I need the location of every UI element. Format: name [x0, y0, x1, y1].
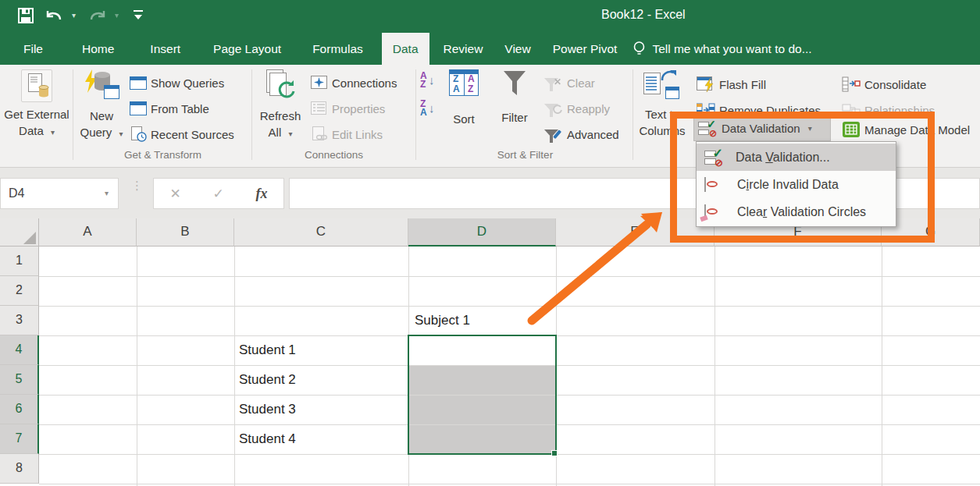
get-external-data-label: Get External [3, 106, 70, 122]
properties-icon [311, 101, 328, 115]
name-box[interactable]: D4 ▾ [0, 178, 119, 209]
connections-icon [311, 76, 328, 90]
sort-big-icon: Z A A Z [449, 69, 479, 96]
menu-item-clear-validation-circles[interactable]: Clear Validation Circles [697, 198, 896, 225]
cell-D3[interactable]: Subject 1 [415, 306, 470, 335]
spreadsheet-grid: A B C D E F G 1 2 3 4 5 6 7 8 [0, 218, 980, 486]
row-header-3[interactable]: 3 [0, 306, 39, 335]
refresh-all-button[interactable]: Refresh All ▾ [256, 66, 305, 142]
group-separator [415, 69, 416, 160]
cell-C6[interactable]: Student 3 [239, 395, 296, 424]
tab-page-layout[interactable]: Page Layout [202, 33, 292, 65]
column-header-B[interactable]: B [137, 218, 234, 247]
menu-item-circle-invalid-data[interactable]: Circle Invalid Data [697, 171, 896, 198]
text-to-columns-label1: Text to [637, 106, 687, 122]
row-header-6[interactable]: 6 [0, 395, 39, 424]
row-header-7[interactable]: 7 [0, 424, 39, 454]
tab-view[interactable]: View [494, 33, 541, 65]
save-icon[interactable] [17, 7, 34, 27]
filter-button[interactable]: Filter [494, 66, 535, 126]
cancel-icon: ✕ [169, 186, 180, 202]
sort-label: Sort [445, 111, 483, 127]
title-bar: ▾ ▾ Book12 - Excel [0, 0, 980, 33]
cell-C7[interactable]: Student 4 [239, 424, 296, 454]
tab-power-pivot[interactable]: Power Pivot [542, 33, 629, 65]
consolidate-button[interactable]: Consolidate [842, 74, 926, 94]
dropdown-caret-icon: ▾ [51, 128, 55, 137]
column-header-E[interactable]: E [556, 218, 715, 247]
group-label-get-transform: Get & Transform [74, 149, 251, 161]
row-header-1[interactable]: 1 [0, 247, 39, 276]
column-header-A[interactable]: A [39, 218, 137, 247]
circle-invalid-data-icon [704, 178, 725, 192]
sort-ascending-button[interactable]: A Z ↓ [420, 71, 440, 91]
select-all-corner[interactable] [0, 218, 39, 247]
manage-data-model-button[interactable]: Manage Data Model [842, 119, 980, 140]
menu-item-data-validation[interactable]: ✓ ⊘ Data Validation... [697, 144, 896, 171]
data-validation-button[interactable]: ✓ ⊘ Data Validation ▾ [693, 115, 831, 141]
data-validation-dropdown: ✓ ⊘ Data Validation... Circle Invalid Da… [696, 141, 896, 227]
formula-bar-grip-icon[interactable]: ⋮ [131, 182, 143, 190]
reapply-filter-icon [544, 101, 563, 116]
row-header-4[interactable]: 4 [0, 335, 39, 365]
selection-border [408, 335, 557, 455]
undo-icon[interactable] [45, 9, 63, 26]
customize-qat-icon[interactable] [133, 9, 144, 25]
redo-caret-icon: ▾ [115, 11, 119, 20]
recent-sources-icon [130, 126, 147, 142]
tab-formulas[interactable]: Formulas [301, 33, 374, 65]
advanced-filter-icon [544, 126, 563, 142]
show-queries-button[interactable]: Show Queries [130, 73, 224, 93]
fill-handle[interactable] [551, 450, 558, 456]
text-to-columns-button[interactable]: Text to Columns [637, 66, 687, 139]
from-table-button[interactable]: From Table [130, 98, 209, 119]
sort-button[interactable]: Z A A Z Sort [445, 66, 483, 127]
row-header-8[interactable]: 8 [0, 454, 39, 484]
show-queries-icon [130, 76, 147, 90]
clear-filter-button: ✕ Clear [544, 73, 595, 93]
relationships-button: Relationships [842, 100, 935, 120]
clear-validation-circles-icon [704, 205, 725, 219]
excel-window: ▾ ▾ Book12 - Excel File Home Insert Page… [0, 0, 980, 486]
formula-bar-buttons: ✕ ✓ fx [153, 178, 284, 209]
cell-C4[interactable]: Student 1 [239, 335, 296, 365]
edit-links-button: Edit Links [311, 124, 383, 144]
data-validation-icon: ✓ ⊘ [698, 121, 715, 137]
properties-button: Properties [311, 98, 385, 119]
column-header-D[interactable]: D [408, 218, 556, 247]
reapply-filter-button: Reapply [544, 98, 610, 119]
undo-caret-icon[interactable]: ▾ [72, 11, 76, 20]
tab-insert[interactable]: Insert [139, 33, 191, 65]
advanced-filter-button[interactable]: Advanced [544, 124, 619, 144]
flash-fill-button[interactable]: Flash Fill [697, 74, 766, 94]
insert-function-icon[interactable]: fx [256, 186, 268, 202]
row-header-2[interactable]: 2 [0, 276, 39, 306]
dropdown-caret-icon: ▾ [808, 124, 812, 133]
tab-review[interactable]: Review [433, 33, 494, 65]
connections-button[interactable]: Connections [311, 73, 397, 93]
row-header-5[interactable]: 5 [0, 365, 39, 395]
text-to-columns-icon [643, 69, 681, 102]
new-query-button[interactable]: New Query ▾ [77, 66, 127, 142]
from-table-icon [130, 101, 147, 115]
edit-links-icon [311, 126, 328, 142]
tell-me-box[interactable]: Tell me what you want to do... [633, 33, 811, 65]
group-separator [73, 69, 73, 160]
name-box-caret-icon[interactable]: ▾ [105, 179, 109, 208]
cell-C5[interactable]: Student 2 [239, 365, 296, 395]
refresh-all-icon [263, 69, 298, 104]
column-header-C[interactable]: C [234, 218, 408, 247]
refresh-all-label: Refresh [256, 108, 305, 124]
manage-data-model-icon [842, 121, 861, 138]
data-validation-icon: ✓ ⊘ [704, 149, 723, 166]
group-separator [633, 69, 633, 160]
dropdown-caret-icon: ▾ [288, 129, 292, 138]
get-external-data-button[interactable]: Get External Data ▾ [3, 66, 70, 140]
tab-data[interactable]: Data [382, 33, 429, 65]
tab-file[interactable]: File [12, 33, 54, 65]
sort-descending-button[interactable]: Z A ↓ [420, 99, 440, 119]
tell-me-text: Tell me what you want to do... [652, 42, 811, 56]
tab-home[interactable]: Home [71, 33, 125, 65]
recent-sources-button[interactable]: Recent Sources [130, 124, 234, 144]
ribbon-tabs: File Home Insert Page Layout Formulas Da… [0, 33, 980, 65]
